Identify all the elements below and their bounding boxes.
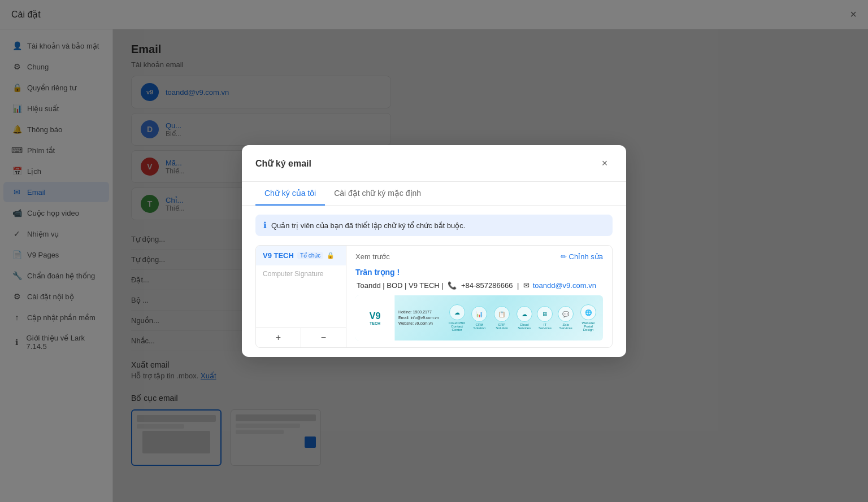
modal-overlay: Chữ ký email × Chữ ký của tôi Cài đặt ch…	[0, 0, 868, 502]
cloud-pbx-icon: ☁	[449, 304, 465, 320]
email-envelope-icon: ✉	[523, 281, 530, 290]
signature-list-item[interactable]: V9 TECH Tổ chức 🔒	[256, 246, 346, 265]
signature-name-info: Toandd | BOD | V9 TECH |	[357, 281, 444, 290]
banner-logo: V9 TECH	[355, 295, 395, 341]
signature-banner: V9 TECH Hotline: 1900.2177 Email: info@v…	[355, 295, 603, 341]
cloud-services-icon: ☁	[517, 306, 532, 322]
info-banner: ℹ Quản trị viên của bạn đã thiết lập chữ…	[255, 215, 613, 236]
signature-separator: |	[517, 281, 519, 290]
service-cloud: ☁ Cloud Services	[514, 306, 535, 330]
service-it: 🖥 IT Services	[537, 306, 554, 330]
modal-close-button[interactable]: ×	[597, 155, 613, 171]
signature-org-row: V9 TECH Tổ chức 🔒	[263, 251, 339, 260]
service-erp: 📋 ERP Solution	[492, 306, 511, 330]
signature-org-badge: Tổ chức	[297, 252, 323, 259]
signature-org-name: V9 TECH	[263, 251, 294, 260]
signature-greeting: Trân trọng !	[355, 268, 603, 277]
it-services-icon: 🖥	[537, 306, 553, 322]
preview-header: Xem trước ✏ Chỉnh sửa	[355, 252, 603, 261]
signature-list-panel: V9 TECH Tổ chức 🔒 Computer Signature + −	[256, 246, 346, 347]
modal-tabs: Chữ ký của tôi Cài đặt chữ ký mặc định	[242, 182, 626, 206]
tab-my-signature[interactable]: Chữ ký của tôi	[255, 182, 325, 206]
banner-services: ☁ Cloud PBX Contact Center 📊 CRM Solutio…	[442, 302, 603, 334]
website-icon: 🌐	[580, 304, 596, 320]
service-cloud-pbx: ☁ Cloud PBX Contact Center	[447, 304, 467, 331]
signature-actions: + −	[256, 328, 346, 347]
signature-preview-panel: Xem trước ✏ Chỉnh sửa Trân trọng ! Toand…	[346, 246, 612, 347]
service-zalo: 💬 Zalo Services	[555, 306, 576, 330]
lock-icon: 🔒	[327, 252, 335, 259]
signature-email-link[interactable]: toandd@v9.com.vn	[533, 281, 596, 290]
modal-title: Chữ ký email	[255, 158, 311, 169]
zalo-icon: 💬	[558, 306, 574, 322]
crm-icon: 📊	[471, 306, 487, 322]
signature-placeholder: Computer Signature	[256, 265, 346, 282]
email-signature-modal: Chữ ký email × Chữ ký của tôi Cài đặt ch…	[242, 145, 626, 357]
modal-body: V9 TECH Tổ chức 🔒 Computer Signature + −…	[255, 245, 613, 348]
signature-content: Trân trọng ! Toandd | BOD | V9 TECH | 📞 …	[355, 268, 603, 341]
erp-icon: 📋	[494, 306, 510, 322]
edit-signature-button[interactable]: ✏ Chỉnh sửa	[561, 252, 603, 261]
add-signature-button[interactable]: +	[256, 328, 301, 347]
info-circle-icon: ℹ	[263, 220, 267, 230]
banner-v9-text: V9	[370, 311, 381, 321]
phone-icon: 📞	[448, 281, 459, 290]
info-banner-text: Quản trị viên của bạn đã thiết lập chữ k…	[271, 221, 465, 230]
modal-header: Chữ ký email ×	[242, 145, 626, 182]
signature-phone: +84-857286666	[461, 281, 513, 290]
service-crm: 📊 CRM Solution	[470, 306, 490, 330]
preview-label: Xem trước	[355, 252, 390, 261]
remove-signature-button[interactable]: −	[301, 328, 346, 347]
service-website: 🌐 Website/ Portal Design	[578, 304, 598, 331]
tab-default-settings[interactable]: Cài đặt chữ ký mặc định	[325, 182, 430, 206]
banner-tech-text: TECH	[370, 321, 380, 325]
signature-details: Toandd | BOD | V9 TECH | 📞 +84-857286666…	[355, 281, 603, 290]
banner-hotline: Hotline: 1900.2177 Email: info@v9.com.vn…	[395, 307, 442, 328]
